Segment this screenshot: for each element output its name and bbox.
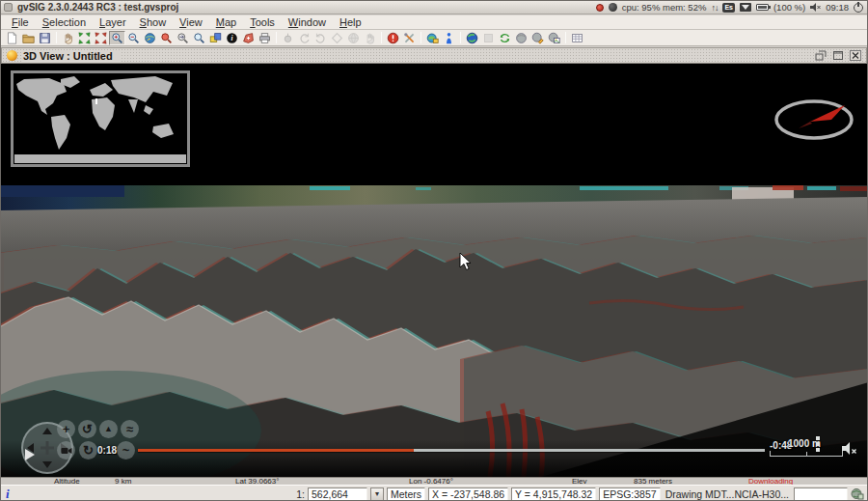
snapshot-icon (480, 31, 497, 45)
menu-selection[interactable]: Selection (36, 15, 93, 29)
zoom-scale-icon[interactable] (191, 31, 207, 45)
grab-tool-icon (362, 31, 378, 45)
status-message: Drawing MDT...NCIA-H30... (664, 488, 791, 500)
battery-icon[interactable] (756, 4, 769, 11)
power-icon[interactable] (854, 3, 863, 13)
time-elapsed: 0:18 (97, 445, 117, 456)
pan-center-icon (46, 441, 49, 455)
view3d-window-icon (7, 50, 17, 61)
toolbox-icon[interactable] (401, 31, 418, 45)
statusbar: i 1: 562,664 ▾ Meters X = -237,548.86 Y … (1, 485, 867, 501)
attribute-table-icon[interactable] (569, 31, 585, 45)
info-tool-icon[interactable]: i (224, 31, 240, 45)
indicator-app-icon[interactable] (609, 3, 617, 12)
menu-view[interactable]: View (173, 15, 209, 29)
menu-layer[interactable]: Layer (93, 15, 133, 29)
toolbar-separator (565, 32, 566, 43)
play-icon[interactable] (25, 449, 35, 460)
save-project-icon[interactable] (37, 31, 53, 45)
walk-navigation-icon[interactable] (441, 31, 457, 45)
mini-scrollbar[interactable] (816, 436, 820, 454)
view3d-status-strip: Altitude 9 km Lat 39.0663° Lon -0.6476° … (1, 477, 867, 485)
close-icon[interactable] (848, 49, 862, 62)
menu-show[interactable]: Show (133, 15, 174, 29)
rotate-left-tool-icon (296, 31, 312, 45)
error-log-icon[interactable] (385, 31, 401, 45)
scale-bar (770, 451, 843, 457)
compass[interactable] (770, 96, 858, 146)
pan-tool-icon[interactable] (60, 31, 76, 45)
sphere-tool-icon (345, 31, 362, 45)
mail-icon[interactable] (740, 3, 751, 12)
volume-muted-icon[interactable] (810, 3, 821, 12)
pan-up-icon[interactable] (42, 428, 52, 434)
minimize-icon[interactable] (813, 49, 827, 62)
toolbar: i (1, 30, 867, 46)
add-layer-icon[interactable] (424, 31, 441, 45)
zoom-out-icon[interactable] (125, 31, 142, 45)
hud-tilt-button[interactable]: ▲ (99, 420, 118, 438)
globe-edit-icon[interactable] (529, 31, 546, 45)
select-by-layer-icon[interactable] (207, 31, 224, 45)
pan-down-icon[interactable] (42, 461, 52, 468)
rotate-right-tool-icon (312, 31, 329, 45)
globe-export-icon[interactable] (546, 31, 562, 45)
window-menu-icon[interactable] (4, 3, 13, 12)
zoom-extents-icon[interactable] (76, 31, 93, 45)
keyboard-layout-indicator[interactable]: Es (722, 3, 735, 13)
coordinate-x: X = -237,548.86 (428, 487, 508, 501)
video-camera-icon (61, 446, 72, 456)
zoom-back-icon[interactable] (158, 31, 175, 45)
units-field[interactable]: Meters (387, 487, 425, 501)
hud-rotate-cw-button[interactable]: ↻ (79, 441, 97, 459)
menu-tools[interactable]: Tools (243, 15, 282, 29)
print-icon[interactable] (257, 31, 273, 45)
speaker-muted-icon[interactable] (842, 442, 857, 455)
gvsig-window: gvSIG 2.3.0.2443 RC3 : test.gvsproj cpu:… (0, 0, 868, 501)
projection-field[interactable]: EPSG:3857 (599, 487, 660, 501)
hud-speed-button[interactable]: ~ (117, 441, 135, 459)
view3d-titlebar[interactable]: 3D View : Untitled (1, 47, 867, 64)
view3d-canvas[interactable]: + ↺ ▲ ≈ ↻ 0:18 ~ -0:48 1000 m (1, 64, 868, 477)
hud-path-button[interactable]: ≈ (121, 420, 139, 438)
toolbar-separator (381, 32, 382, 43)
new-3d-view-icon[interactable] (464, 31, 480, 45)
mouse-cursor (458, 252, 472, 271)
menu-file[interactable]: File (5, 15, 36, 29)
view3d-title: 3D View : Untitled (23, 50, 121, 62)
toolbar-separator (56, 32, 57, 43)
svg-text:i: i (231, 34, 232, 42)
scale-dropdown-button[interactable]: ▾ (370, 487, 384, 501)
timeline-track[interactable] (414, 449, 765, 452)
toolbar-separator (420, 32, 421, 43)
measure-area-icon[interactable] (240, 31, 257, 45)
menu-map[interactable]: Map (209, 15, 243, 29)
info-icon[interactable]: i (1, 487, 10, 501)
hud-camera-button[interactable] (57, 441, 75, 459)
new-document-icon[interactable] (4, 31, 20, 45)
scale-input[interactable]: 562,664 (308, 487, 367, 501)
menu-help[interactable]: Help (333, 15, 368, 29)
layer-status-icon[interactable] (851, 487, 864, 500)
centroid-tool-icon (280, 31, 296, 45)
network-arrows-icon[interactable]: ↑↓ (711, 3, 718, 13)
hud-rotate-ccw-button[interactable]: ↺ (78, 420, 96, 438)
zoom-world-icon[interactable] (142, 31, 158, 45)
zoom-selection-icon[interactable] (93, 31, 109, 45)
coordinate-y: Y = 4,915,748.32 (511, 487, 596, 501)
overview-map[interactable] (11, 70, 190, 167)
frame-tool-icon (329, 31, 345, 45)
record-indicator-icon[interactable] (596, 4, 604, 12)
open-project-icon[interactable] (20, 31, 37, 45)
battery-percent: (100 %) (773, 2, 805, 13)
maximize-icon[interactable] (830, 49, 845, 62)
hud-zoom-in-button[interactable]: + (57, 420, 75, 438)
menu-window[interactable]: Window (282, 15, 333, 29)
globe-capture-icon[interactable] (513, 31, 529, 45)
timeline-progress[interactable] (138, 449, 414, 452)
zoom-in-icon[interactable] (109, 31, 125, 45)
sync-3d-icon[interactable] (497, 31, 513, 45)
cpu-mem-indicator: cpu: 95% mem: 52% (622, 2, 707, 13)
progress-bar (794, 487, 848, 501)
zoom-previous-icon[interactable] (175, 31, 191, 45)
